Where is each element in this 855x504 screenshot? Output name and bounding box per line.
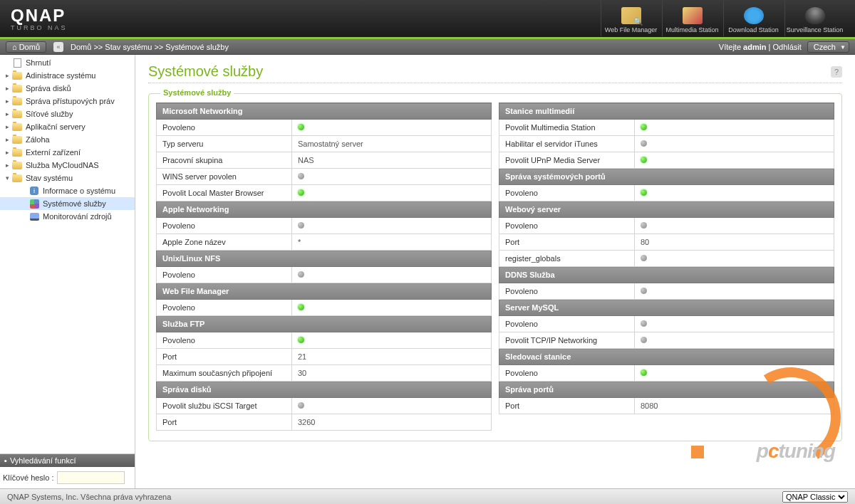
- breadcrumb-path: Domů >> Stav systému >> Systémové služby: [71, 43, 229, 51]
- language-selector[interactable]: Czech: [807, 41, 849, 53]
- app-label: Web File Manager: [605, 26, 657, 33]
- status-dot-green: [641, 124, 647, 130]
- status-dot-gray: [641, 288, 647, 294]
- app-label: Download Station: [728, 26, 779, 33]
- tree-toggle-icon[interactable]: ▸: [3, 98, 11, 105]
- section-header: Správa portů: [499, 382, 834, 398]
- breadcrumb-bar: ⌂ Domů « Domů >> Stav systému >> Systémo…: [0, 39, 855, 55]
- row-value: [635, 365, 834, 382]
- status-dot-green: [298, 189, 304, 196]
- services-table-right: Stanice multimediíPovolit Multimedia Sta…: [499, 103, 834, 414]
- row-value: [635, 251, 834, 267]
- tree-item[interactable]: ▸Záloha: [0, 133, 135, 146]
- sidebar: Shrnutí▸Adinistrace systému▸Správa disků…: [0, 55, 135, 488]
- app-download-button[interactable]: Download Station: [723, 1, 783, 36]
- row-label: Povoleno: [499, 185, 635, 201]
- tree-item[interactable]: iInformace o systému: [0, 184, 135, 197]
- tree-item[interactable]: ▾Stav systému: [0, 172, 135, 184]
- row-label: Typ serveru: [157, 136, 292, 152]
- tree-item[interactable]: Systémové služby: [0, 197, 135, 210]
- row-label: Pracovní skupina: [157, 152, 292, 169]
- row-label: Port: [499, 234, 635, 251]
- status-dot-gray: [298, 271, 304, 278]
- tree-label: Správa přístupových práv: [26, 97, 115, 105]
- search-label: Klíčové heslo :: [3, 473, 54, 482]
- row-label: Maximum současných připojení: [157, 365, 292, 382]
- row-value: [292, 169, 492, 185]
- row-label: Povolit TCP/IP Networking: [499, 332, 635, 349]
- status-dot-gray: [641, 337, 647, 343]
- tree-item[interactable]: ▸Externí zařízení: [0, 146, 135, 159]
- status-dot-gray: [298, 222, 304, 229]
- sidebar-collapse-button[interactable]: «: [53, 42, 63, 52]
- status-dot-gray: [641, 255, 647, 261]
- section-header: Microsoft Networking: [157, 103, 492, 120]
- row-value: [635, 120, 834, 136]
- search-input[interactable]: [57, 471, 125, 484]
- row-label: Povoleno: [157, 267, 292, 283]
- tree-toggle-icon[interactable]: ▸: [3, 162, 11, 169]
- logout-link[interactable]: Odhlásit: [772, 43, 801, 51]
- tree-item[interactable]: ▸Služba MyCloudNAS: [0, 159, 135, 172]
- tree-label: Síťové služby: [26, 110, 73, 118]
- section-header: Správa systémových portů: [499, 169, 834, 185]
- section-header: Apple Networking: [157, 201, 492, 218]
- section-header: Stanice multimedií: [499, 103, 834, 120]
- brand-logo: QNAP: [11, 6, 601, 26]
- breadcrumb-home-button[interactable]: ⌂ Domů: [6, 41, 46, 53]
- breadcrumb-link[interactable]: Stav systému: [105, 43, 152, 51]
- row-label: Port: [157, 349, 292, 365]
- row-value: [635, 283, 834, 300]
- tree-toggle-icon[interactable]: ▸: [3, 72, 11, 79]
- row-label: register_globals: [499, 251, 635, 267]
- help-icon[interactable]: ?: [831, 66, 842, 78]
- row-label: Povolit Multimedia Station: [499, 120, 635, 136]
- collapse-icon[interactable]: ▪: [4, 456, 7, 465]
- tree-toggle-icon[interactable]: ▸: [3, 110, 11, 117]
- row-label: Povoleno: [157, 300, 292, 316]
- tree-toggle-icon[interactable]: ▾: [3, 174, 11, 182]
- app-file-button[interactable]: Web File Manager: [601, 1, 660, 36]
- tree-toggle-icon[interactable]: ▸: [3, 85, 11, 92]
- row-value: [635, 332, 834, 349]
- row-value: [292, 398, 492, 414]
- section-header: Webový server: [499, 201, 834, 218]
- nav-tree: Shrnutí▸Adinistrace systému▸Správa disků…: [0, 55, 135, 453]
- app-multimedia-button[interactable]: Multimedia Station: [662, 1, 722, 36]
- copyright-text: QNAP Systems, Inc. Všechna práva vyhraze…: [7, 493, 171, 501]
- breadcrumb-link[interactable]: Domů: [71, 43, 91, 51]
- section-header: Web File Manager: [157, 283, 492, 300]
- multimedia-icon: [683, 7, 703, 24]
- row-value: Samostatný server: [292, 136, 492, 152]
- tree-label: Stav systému: [26, 174, 73, 182]
- row-label: Habilitar el servidor iTunes: [499, 136, 635, 152]
- section-header: Server MySQL: [499, 300, 834, 316]
- tree-item[interactable]: ▸Síťové služby: [0, 107, 135, 120]
- tree-label: Aplikační servery: [26, 122, 86, 131]
- row-label: Povolit Local Master Browser: [157, 185, 292, 201]
- footer: QNAP Systems, Inc. Všechna práva vyhraze…: [0, 488, 855, 504]
- row-value: *: [292, 234, 492, 251]
- tree-label: Externí zařízení: [26, 148, 81, 157]
- tree-toggle-icon[interactable]: ▸: [3, 123, 11, 130]
- status-dot-gray: [641, 140, 647, 147]
- breadcrumb-link[interactable]: Systémové služby: [165, 43, 229, 51]
- row-value: [635, 218, 834, 234]
- download-icon: [744, 7, 764, 24]
- tree-item[interactable]: ▸Adinistrace systému: [0, 69, 135, 82]
- tree-toggle-icon[interactable]: ▸: [3, 136, 11, 143]
- app-surveillance-button[interactable]: Surveillance Station: [784, 1, 844, 36]
- row-label: Povoleno: [499, 316, 635, 332]
- tree-item[interactable]: Shrnutí: [0, 56, 135, 69]
- status-dot-green: [641, 157, 647, 163]
- content-area: Systémové služby ? Systémové služby Micr…: [135, 55, 855, 488]
- theme-selector[interactable]: QNAP Classic: [782, 491, 848, 503]
- tree-item[interactable]: ▸Správa přístupových práv: [0, 95, 135, 107]
- tree-item[interactable]: ▸Aplikační servery: [0, 120, 135, 133]
- tree-toggle-icon[interactable]: ▸: [3, 149, 11, 156]
- row-value: NAS: [292, 152, 492, 169]
- row-value: [292, 218, 492, 234]
- tree-item[interactable]: Monitorování zdrojů: [0, 210, 135, 223]
- tree-item[interactable]: ▸Správa disků: [0, 82, 135, 95]
- search-panel: ▪ Vyhledávání funkcí Klíčové heslo :: [0, 453, 135, 488]
